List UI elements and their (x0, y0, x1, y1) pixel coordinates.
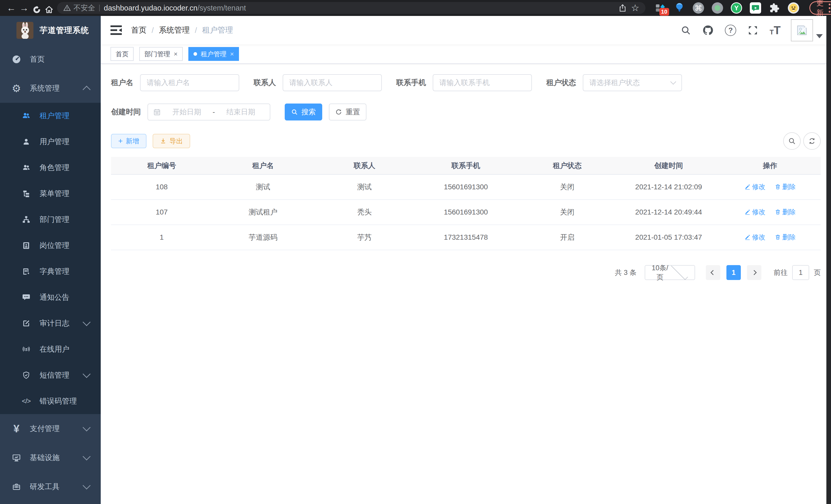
sidebar-item-payment[interactable]: ¥ 支付管理 (0, 414, 101, 443)
table-row: 108 测试 测试 15601691300 关闭 2021-12-14 21:0… (111, 174, 821, 200)
sidebar-item-sms[interactable]: 短信管理 (0, 362, 101, 388)
user-avatar[interactable] (791, 19, 813, 41)
header-search-icon[interactable] (681, 25, 691, 35)
sidebar-item-system[interactable]: ⚙ 系统管理 (0, 74, 101, 103)
chat-extension-icon[interactable] (750, 2, 761, 13)
calendar-icon (153, 108, 161, 116)
breadcrumb-separator: / (195, 26, 197, 35)
avatar-dropdown-caret[interactable] (816, 34, 823, 38)
sidebar-item-dept[interactable]: 部门管理 (0, 207, 101, 233)
export-button[interactable]: 导出 (153, 134, 190, 148)
sidebar-item-errcode[interactable]: </> 错误码管理 (0, 388, 101, 414)
profile-avatar-icon[interactable] (788, 2, 799, 13)
mobile-label: 联系手机 (396, 78, 426, 88)
edit-link[interactable]: 修改 (744, 208, 766, 216)
add-button[interactable]: + 新增 (111, 134, 146, 148)
share-icon[interactable] (618, 4, 627, 12)
status-select[interactable]: 请选择租户状态 (583, 74, 682, 91)
command-extension-icon[interactable]: ⌘ (693, 2, 704, 13)
sidebar-item-home[interactable]: 首页 (0, 45, 101, 74)
recorder-extension-icon[interactable] (712, 2, 723, 13)
help-icon[interactable]: ? (725, 25, 736, 36)
sidebar-item-dict[interactable]: 字典管理 (0, 259, 101, 285)
sidebar-item-devtools[interactable]: 研发工具 (0, 472, 101, 501)
col-mobile: 联系手机 (415, 157, 517, 174)
chevron-down-icon (83, 423, 90, 431)
tab-dept[interactable]: 部门管理 × (139, 47, 183, 61)
yen-icon: ¥ (10, 422, 23, 435)
browser-menu-icon[interactable] (828, 3, 831, 13)
page-number-1[interactable]: 1 (726, 265, 741, 280)
sidebar-item-label: 角色管理 (39, 162, 93, 173)
status-text: 开启 (516, 225, 618, 250)
sidebar-item-audit-log[interactable]: 审计日志 (0, 310, 101, 336)
browser-forward-icon[interactable]: → (20, 0, 29, 16)
table-row: 107 测试租户 秃头 15601691300 关闭 2021-12-14 20… (111, 200, 821, 225)
table-header-row: 租户编号 租户名 联系人 联系手机 租户状态 创建时间 操作 (111, 157, 821, 174)
sidebar-item-label: 审计日志 (39, 318, 84, 329)
sidebar-collapse-icon[interactable] (110, 25, 122, 36)
toggle-search-button[interactable] (783, 132, 801, 150)
github-icon[interactable] (702, 25, 714, 36)
sidebar-item-infra[interactable]: 基础设施 (0, 443, 101, 472)
top-navbar: 首页 / 系统管理 / 租户管理 ? TT (101, 16, 831, 45)
address-bar[interactable]: 不安全 dashboard.yudao.iocoder.cn/system/te… (57, 2, 646, 14)
edit-link[interactable]: 修改 (744, 182, 766, 191)
tab-tenant[interactable]: 租户管理 × (188, 47, 239, 61)
broadcast-icon (20, 345, 32, 354)
tab-close-icon[interactable]: × (230, 51, 234, 57)
security-warning-icon[interactable]: 不安全 (63, 3, 95, 13)
bookmark-star-icon[interactable]: ☆ (631, 3, 639, 13)
sidebar-item-notice[interactable]: 通知公告 (0, 285, 101, 310)
sidebar-item-user[interactable]: 用户管理 (0, 129, 101, 155)
extensions-puzzle-icon[interactable] (769, 2, 780, 13)
next-page-button[interactable] (747, 265, 762, 280)
browser-back-icon[interactable]: ← (7, 0, 16, 16)
sidebar-item-tenant[interactable]: 租户管理 (0, 103, 101, 129)
sidebar-item-post[interactable]: 岗位管理 (0, 233, 101, 259)
breadcrumb-home[interactable]: 首页 (131, 25, 146, 35)
sidebar-item-label: 基础设施 (30, 453, 84, 463)
sidebar-item-menu[interactable]: 菜单管理 (0, 181, 101, 207)
delete-link[interactable]: 删除 (775, 182, 796, 191)
app-logo[interactable]: 芋道管理系统 (0, 16, 101, 45)
search-button[interactable]: 搜索 (285, 103, 322, 120)
page-size-select[interactable]: 10条/页 (645, 265, 695, 280)
goto-page-input[interactable] (792, 265, 809, 280)
tenant-name-input[interactable] (140, 74, 239, 91)
tab-home[interactable]: 首页 (111, 47, 134, 61)
logo-rabbit-image (17, 22, 33, 39)
refresh-table-button[interactable] (803, 132, 821, 150)
balloon-extension-icon[interactable] (674, 2, 685, 13)
code-icon: </> (20, 397, 32, 405)
edit-link[interactable]: 修改 (744, 233, 766, 242)
sidebar-item-role[interactable]: 角色管理 (0, 155, 101, 181)
breadcrumb-system[interactable]: 系统管理 (159, 25, 190, 35)
browser-update-button[interactable]: 更新 (809, 1, 831, 14)
main-area: 首页 / 系统管理 / 租户管理 ? TT (101, 16, 831, 504)
window-edge-strip (826, 16, 831, 504)
sidebar-item-label: 支付管理 (30, 424, 84, 434)
sidebar-item-label: 系统管理 (30, 83, 84, 93)
browser-reload-icon[interactable] (32, 2, 41, 14)
status-text: 关闭 (516, 200, 618, 225)
prev-page-button[interactable] (706, 265, 720, 280)
sidebar-item-online-users[interactable]: 在线用户 (0, 336, 101, 362)
tab-close-icon[interactable]: × (174, 51, 177, 57)
mobile-input[interactable] (433, 74, 532, 91)
delete-link[interactable]: 删除 (775, 233, 796, 242)
yuque-extension-icon[interactable]: Y (731, 2, 742, 13)
app-title: 芋道管理系统 (39, 25, 89, 36)
adblock-extension-icon[interactable]: 10 (655, 2, 666, 13)
breadcrumb-separator: / (152, 26, 154, 35)
font-size-icon[interactable]: TT (770, 25, 781, 36)
delete-link[interactable]: 删除 (775, 208, 796, 216)
browser-home-icon[interactable] (45, 2, 53, 14)
date-range-picker[interactable]: 开始日期 - 结束日期 (147, 103, 270, 120)
contact-input[interactable] (283, 74, 382, 91)
col-tenant-id: 租户编号 (111, 157, 212, 174)
fullscreen-icon[interactable] (747, 25, 758, 36)
chat-bubble-icon (20, 293, 32, 302)
reset-button[interactable]: 重置 (329, 103, 366, 120)
tab-label: 首页 (116, 50, 128, 58)
